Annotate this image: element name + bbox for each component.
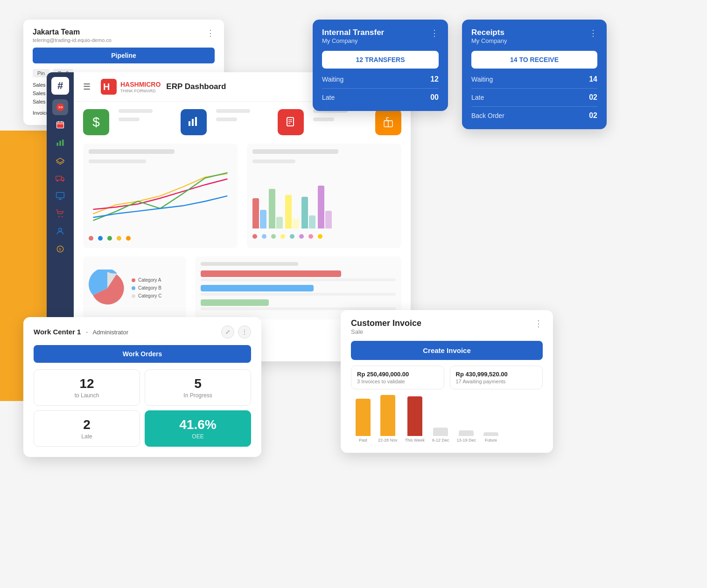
sidebar-item-user[interactable] <box>52 223 68 239</box>
erp-logo: # <box>51 77 69 95</box>
svg-text:>>: >> <box>58 105 63 110</box>
kpi-gift-icon <box>375 109 401 135</box>
create-invoice-button[interactable]: Create Invoice <box>351 341 543 360</box>
svg-text:$: $ <box>59 247 62 251</box>
sidebar-item-bar-chart[interactable] <box>52 135 68 151</box>
wc-stat-inprogress-label: In Progress <box>153 392 243 399</box>
invoice-amounts: Rp 250,490,000.00 3 Invoices to validate… <box>351 366 543 389</box>
sidebar-item-truck[interactable] <box>52 170 68 186</box>
svg-point-16 <box>62 216 63 217</box>
invoice-header: Customer Invoice Sale ⋮ <box>351 318 543 335</box>
svg-point-10 <box>57 180 58 181</box>
hbar-3 <box>201 299 396 310</box>
line-chart-legend <box>89 234 232 242</box>
line-chart-subtitle-skeleton <box>89 159 146 163</box>
invoice-amount-awaiting: Rp 430,999,520.00 17 Awaiting payments <box>450 366 543 389</box>
inv-bar-dec13-label: 13-19 Dec <box>456 438 476 443</box>
charts-row <box>83 144 401 248</box>
bar-chart-legend <box>252 232 396 241</box>
sidebar-item-coins[interactable]: $ <box>52 241 68 257</box>
sidebar-item-cart[interactable] <box>52 206 68 221</box>
invoice-amount-awaiting-label: 17 Awaiting payments <box>456 379 537 384</box>
invoice-menu-icon[interactable]: ⋮ <box>534 318 543 329</box>
work-orders-button[interactable]: Work Orders <box>34 345 251 363</box>
transfer-menu-icon[interactable]: ⋮ <box>430 28 439 38</box>
jakarta-email: telering@trading-id.equio-demo.co <box>33 37 112 43</box>
svg-rect-2 <box>57 122 64 128</box>
svg-rect-7 <box>59 141 61 146</box>
transfer-subtitle: My Company <box>322 37 384 44</box>
sidebar-item-calendar[interactable] <box>52 117 68 133</box>
dashboard-title: ERP Dashboard <box>166 82 226 91</box>
wc-stat-oee: 41.6% OEE <box>145 410 251 447</box>
svg-rect-24 <box>195 117 197 126</box>
inv-bar-nov: 22-28 Nov <box>378 395 398 443</box>
wc-stat-late: 2 Late <box>34 410 140 447</box>
sidebar-item-fast-forward[interactable]: >> <box>52 99 68 115</box>
inv-bar-nov-label: 22-28 Nov <box>378 438 398 443</box>
jakarta-menu-icon[interactable]: ⋮ <box>206 28 215 38</box>
svg-rect-6 <box>57 143 58 146</box>
transfer-stats: Waiting 12 Late 00 <box>322 75 439 102</box>
line-chart-svg <box>89 168 232 228</box>
invoice-amount-validate-value: Rp 250,490,000.00 <box>357 371 438 378</box>
brand-subtitle: THINK FORWARD <box>120 89 161 93</box>
receipts-stats: Waiting 14 Late 02 Back Order 02 <box>471 75 597 120</box>
svg-rect-9 <box>56 176 62 180</box>
bar-chart-subtitle-skeleton <box>252 159 295 163</box>
svg-point-17 <box>59 228 62 231</box>
inv-bar-past-label: Past <box>359 438 367 443</box>
invoice-amount-validate-label: 3 Invoices to validate <box>357 379 438 384</box>
sidebar-item-layers[interactable] <box>52 152 68 168</box>
wc-stat-launch-label: to Launch <box>42 392 132 399</box>
jakarta-title: Jakarta Team <box>33 28 112 36</box>
wc-stat-inprogress: 5 In Progress <box>145 369 251 406</box>
inv-bar-thisweek: This Week <box>405 396 425 443</box>
wc-header: Work Center 1 - Administrator ⤢ ⋮ <box>34 325 251 339</box>
inv-bar-dec6-label: 6-12 Dec <box>432 438 449 443</box>
wc-stat-late-label: Late <box>42 433 132 440</box>
receipts-subtitle: My Company <box>471 37 507 44</box>
transfers-button[interactable]: 12 TRANSFERS <box>322 51 439 69</box>
transfer-title: Internal Transfer <box>322 28 384 37</box>
inv-bar-future-label: Future <box>485 438 497 443</box>
wc-stat-launch: 12 to Launch <box>34 369 140 406</box>
hamburger-icon[interactable]: ☰ <box>83 82 91 92</box>
hbar-title-skeleton <box>201 262 298 266</box>
wc-expand-icon[interactable]: ⤢ <box>221 325 234 339</box>
hashmicro-logo: H HASHMICRO THINK FORWARD <box>101 79 161 95</box>
inv-bar-thisweek-label: This Week <box>405 438 425 443</box>
pipeline-button[interactable]: Pipeline <box>33 48 215 63</box>
receipts-menu-icon[interactable]: ⋮ <box>589 28 597 38</box>
kpi-document-icon <box>278 109 304 135</box>
hbar-2 <box>201 285 396 296</box>
wc-separator: - <box>86 328 90 336</box>
inv-bar-future: Future <box>483 432 498 443</box>
inv-bar-future-fill <box>483 432 498 436</box>
workcenter-card: Work Center 1 - Administrator ⤢ ⋮ Work O… <box>23 317 261 457</box>
svg-text:H: H <box>103 82 110 92</box>
wc-stat-inprogress-value: 5 <box>153 376 243 391</box>
line-chart-block <box>83 144 238 248</box>
receipts-title: Receipts <box>471 28 507 37</box>
hbar-fill-1 <box>201 270 341 277</box>
invoice-title: Customer Invoice <box>351 318 421 328</box>
svg-point-15 <box>58 216 60 217</box>
wc-header-icons: ⤢ ⋮ <box>221 325 251 339</box>
wc-stat-launch-value: 12 <box>42 376 132 391</box>
receipts-card: Receipts My Company ⋮ 14 TO RECEIVE Wait… <box>462 20 607 129</box>
wc-more-icon[interactable]: ⋮ <box>238 325 251 339</box>
inv-bar-thisweek-fill <box>407 396 422 436</box>
to-receive-button[interactable]: 14 TO RECEIVE <box>471 51 597 69</box>
sidebar-item-monitor[interactable] <box>52 188 68 204</box>
wc-stat-late-value: 2 <box>42 417 132 432</box>
wc-title: Work Center 1 <box>34 328 81 336</box>
invoice-subtitle: Sale <box>351 328 421 335</box>
pie-chart-block: Category A Category B Category C <box>83 256 186 319</box>
wc-stat-oee-value: 41.6% <box>153 417 243 432</box>
hbar-1 <box>201 270 396 281</box>
inv-bar-dec13-fill <box>459 430 474 436</box>
kpi-text-3 <box>313 109 366 135</box>
inv-bar-dec6: 6-12 Dec <box>432 428 449 443</box>
line-chart-title-skeleton <box>89 149 175 154</box>
